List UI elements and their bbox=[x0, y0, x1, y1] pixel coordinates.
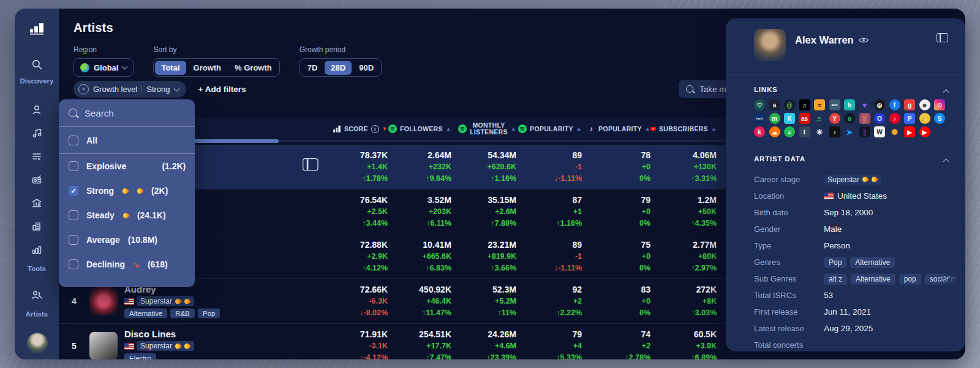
dropdown-option-explosive[interactable]: Explosive(1.2K) bbox=[59, 154, 195, 178]
qobuz-link-icon[interactable]: o bbox=[844, 113, 855, 124]
checkbox[interactable] bbox=[69, 235, 78, 245]
itunes-link-icon[interactable]: ♬ bbox=[814, 113, 825, 124]
apple-music-link-icon[interactable]: ♫ bbox=[799, 99, 810, 110]
instagram-link-icon[interactable]: ⊙ bbox=[934, 99, 945, 110]
period-option-7d[interactable]: 7D bbox=[301, 61, 324, 75]
netease-music-link-icon[interactable]: ♪ bbox=[889, 113, 900, 124]
sort-option-pct-growth[interactable]: % Growth bbox=[228, 61, 278, 75]
sort-asc-icon[interactable]: ▲ bbox=[645, 126, 650, 132]
column-header-score[interactable]: SCOREi▼ bbox=[292, 125, 388, 133]
bandsintown-link-icon[interactable]: b bbox=[844, 99, 855, 110]
panel-toggle-icon[interactable] bbox=[937, 33, 948, 42]
kkbox-link-icon[interactable]: K bbox=[784, 113, 795, 124]
dropdown-option-strong[interactable]: ✓Strong(2K) bbox=[59, 178, 195, 203]
checkbox[interactable] bbox=[69, 136, 78, 145]
links-collapse-icon[interactable] bbox=[943, 90, 949, 96]
column-header-monthly[interactable]: MONTHLYLISTENERS▲ bbox=[451, 122, 516, 136]
lastfm-link-icon[interactable]: as bbox=[799, 113, 810, 124]
dropdown-search-input[interactable]: Search bbox=[59, 99, 195, 127]
value-tag[interactable]: social m bbox=[925, 274, 962, 285]
sidebar-item-venues[interactable] bbox=[15, 194, 59, 212]
artist-avatar[interactable] bbox=[89, 332, 118, 359]
user-avatar[interactable] bbox=[27, 332, 48, 353]
dropdown-option-average[interactable]: Average(10.8M) bbox=[59, 228, 195, 252]
column-header-followers[interactable]: FOLLOWERS▲ bbox=[388, 125, 451, 133]
anghami-link-icon[interactable]: @ bbox=[784, 99, 795, 110]
youtube-music-link-icon[interactable]: ▶ bbox=[919, 126, 930, 137]
audiomack-link-icon[interactable]: ≈ bbox=[814, 99, 825, 110]
sort-desc-icon[interactable]: ▼ bbox=[382, 126, 388, 132]
genius-link-icon[interactable]: g bbox=[904, 99, 915, 110]
checkbox-checked[interactable]: ✓ bbox=[69, 186, 78, 196]
pandora-link-icon[interactable]: P bbox=[904, 113, 915, 124]
wikipedia-link-icon[interactable]: W bbox=[874, 126, 885, 137]
column-header-subscribers[interactable]: SUBSCRIBERS▲ bbox=[650, 125, 717, 133]
value-tag[interactable]: Alternative bbox=[850, 257, 895, 268]
soundcloud-link-icon[interactable]: ☁ bbox=[769, 126, 780, 137]
sidebar-item-charts[interactable] bbox=[15, 240, 59, 259]
facebook-link-icon[interactable]: f bbox=[889, 99, 900, 110]
horizontal-scrollbar-thumb[interactable] bbox=[189, 139, 279, 143]
growth-level-filter-chip[interactable]: ✕ Growth level Strong bbox=[74, 81, 186, 98]
melon-link-icon[interactable]: m bbox=[769, 113, 780, 124]
sidebar-item-labels[interactable] bbox=[15, 217, 59, 236]
sort-asc-icon[interactable]: ▲ bbox=[446, 126, 451, 132]
period-option-28d[interactable]: 28D bbox=[325, 61, 352, 75]
open-panel-icon[interactable] bbox=[303, 158, 318, 171]
artist-avatar[interactable] bbox=[89, 287, 118, 315]
spotify-link-icon[interactable]: ≡ bbox=[784, 126, 795, 137]
sort-option-growth[interactable]: Growth bbox=[187, 61, 228, 75]
sort-asc-icon[interactable]: ▲ bbox=[711, 126, 717, 132]
sort-asc-icon[interactable]: ▲ bbox=[511, 126, 516, 132]
axs-link-icon[interactable]: axs bbox=[829, 99, 840, 110]
sort-option-total[interactable]: Total bbox=[155, 61, 186, 75]
dropdown-option-steady[interactable]: Steady(24.1K) bbox=[59, 203, 195, 228]
deezer-link-icon[interactable]: ♥ bbox=[859, 99, 870, 110]
viberate-link-icon[interactable]: ║ bbox=[859, 126, 870, 137]
artist-avatar[interactable] bbox=[754, 29, 786, 61]
dropdown-option-declining[interactable]: Declining↘(618) bbox=[59, 252, 195, 277]
yandex-music-link-icon[interactable]: Y bbox=[829, 113, 840, 124]
isni-link-icon[interactable]: isni bbox=[754, 113, 765, 124]
value-tag[interactable]: alt z bbox=[824, 274, 847, 285]
value-tag[interactable]: pop bbox=[899, 274, 921, 285]
youtube-link-icon[interactable]: ▶ bbox=[904, 126, 915, 137]
sidebar-item-artists-tool[interactable] bbox=[15, 286, 59, 304]
napster-link-icon[interactable]: ▒ bbox=[859, 113, 870, 124]
shazam-link-icon[interactable]: S bbox=[934, 113, 945, 124]
remove-filter-icon[interactable]: ✕ bbox=[78, 84, 89, 94]
smule-link-icon[interactable]: ☻ bbox=[919, 99, 930, 110]
checkbox[interactable] bbox=[69, 161, 78, 171]
checkbox[interactable] bbox=[69, 259, 78, 269]
column-header-popularity[interactable]: POPULARITY▲ bbox=[516, 125, 582, 133]
sidebar-item-playlists[interactable] bbox=[15, 147, 59, 166]
value-tag[interactable]: Alternative bbox=[851, 274, 895, 285]
twitter-link-icon[interactable]: ➤ bbox=[844, 126, 855, 137]
column-header-popularity[interactable]: ♪POPULARITY▲ bbox=[582, 125, 650, 133]
qq-music-link-icon[interactable]: ♩ bbox=[919, 113, 930, 124]
starburst-link-link-icon[interactable]: ✺ bbox=[889, 126, 900, 137]
sidebar-item-radio[interactable] bbox=[15, 171, 59, 189]
sidebar-item-discovery[interactable] bbox=[15, 55, 59, 74]
sidebar-item-artists-nav[interactable] bbox=[15, 101, 59, 119]
artist-data-collapse-icon[interactable] bbox=[943, 159, 949, 165]
info-icon[interactable]: i bbox=[371, 125, 379, 133]
amazon-music-link-icon[interactable]: a bbox=[769, 99, 780, 110]
artist-name[interactable]: Disco Lines bbox=[124, 329, 194, 339]
discogs-link-icon[interactable]: ◎ bbox=[874, 99, 885, 110]
songkick-link-icon[interactable]: k bbox=[754, 126, 765, 137]
iheartradio-link-icon[interactable]: ♡ bbox=[754, 99, 765, 110]
value-tag[interactable]: Pop bbox=[824, 257, 846, 268]
sort-asc-icon[interactable]: ▲ bbox=[576, 126, 582, 132]
dropdown-option-all[interactable]: All bbox=[59, 127, 195, 154]
tiktok-link-icon[interactable]: ♪ bbox=[829, 126, 840, 137]
onerpm-link-icon[interactable]: O bbox=[874, 113, 885, 124]
app-logo[interactable] bbox=[15, 20, 59, 38]
period-option-90d[interactable]: 90D bbox=[353, 61, 380, 75]
region-select[interactable]: Global bbox=[74, 58, 134, 77]
sidebar-item-songs[interactable] bbox=[15, 124, 59, 142]
tumblr-link-icon[interactable]: t bbox=[799, 126, 810, 137]
tidal-link-icon[interactable]: ✳ bbox=[814, 126, 825, 137]
add-filters-button[interactable]: + Add filters bbox=[198, 85, 246, 94]
checkbox[interactable] bbox=[69, 210, 78, 220]
